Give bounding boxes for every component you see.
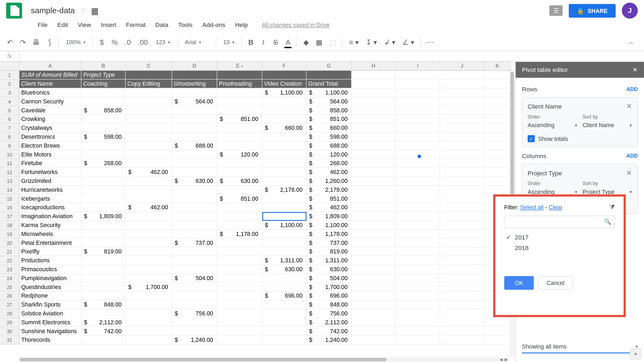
- cell[interactable]: [396, 168, 440, 177]
- cell[interactable]: [484, 168, 511, 177]
- cell[interactable]: [440, 79, 484, 88]
- cell[interactable]: $598.00: [307, 133, 352, 141]
- cell[interactable]: SUM of Amount Billed: [19, 71, 81, 79]
- cell[interactable]: [440, 97, 484, 106]
- cell[interactable]: $696.00: [262, 291, 307, 300]
- cell[interactable]: [126, 318, 172, 327]
- dec-increase-button[interactable]: .00: [135, 36, 150, 48]
- cell[interactable]: [126, 124, 172, 133]
- menu-format[interactable]: Format: [122, 19, 150, 30]
- cell[interactable]: [396, 318, 440, 327]
- cell[interactable]: [440, 318, 484, 327]
- dec-decrease-button[interactable]: .0: [122, 36, 133, 48]
- cell[interactable]: [352, 327, 396, 336]
- add-row-field-button[interactable]: ADD: [626, 86, 638, 92]
- cell[interactable]: $504.00: [172, 274, 217, 283]
- cell[interactable]: [217, 318, 262, 327]
- cell[interactable]: $742.00: [307, 327, 352, 336]
- cell[interactable]: [81, 115, 126, 124]
- column-header[interactable]: C: [126, 62, 172, 71]
- cell[interactable]: [217, 212, 262, 221]
- cell[interactable]: [81, 265, 126, 274]
- client-name-cell[interactable]: Cavedale: [19, 106, 81, 115]
- cell[interactable]: $1,100.00: [307, 221, 352, 230]
- cell[interactable]: Project Type: [81, 71, 126, 79]
- cell[interactable]: [396, 221, 440, 230]
- cell[interactable]: [172, 186, 217, 194]
- filter-clear-link[interactable]: Clear: [549, 204, 562, 211]
- cell[interactable]: [440, 186, 484, 194]
- cell[interactable]: [172, 212, 217, 221]
- cell[interactable]: [126, 256, 172, 265]
- cell[interactable]: [126, 230, 172, 239]
- cell[interactable]: [126, 247, 172, 256]
- cell[interactable]: [262, 71, 307, 79]
- cell[interactable]: $1,311.00: [262, 256, 307, 265]
- cell[interactable]: [396, 203, 440, 212]
- cell[interactable]: [440, 212, 484, 221]
- row-header[interactable]: 2: [0, 79, 19, 88]
- cell[interactable]: [217, 203, 262, 212]
- cell[interactable]: [126, 239, 172, 248]
- cell[interactable]: [396, 291, 440, 300]
- cell[interactable]: [440, 274, 484, 283]
- client-name-cell[interactable]: Petal Entertainment: [19, 239, 81, 248]
- cell[interactable]: [352, 283, 396, 292]
- cell[interactable]: [126, 141, 172, 150]
- cell[interactable]: [484, 318, 511, 327]
- cell[interactable]: [396, 327, 440, 336]
- cell[interactable]: [262, 194, 307, 203]
- client-name-cell[interactable]: Elite Motors: [19, 150, 81, 159]
- cell[interactable]: [484, 336, 511, 344]
- client-name-cell[interactable]: Grizzlimited: [19, 177, 81, 186]
- cell[interactable]: [217, 71, 262, 79]
- cell[interactable]: [396, 247, 440, 256]
- cell[interactable]: [440, 203, 484, 212]
- cell[interactable]: $848.00: [307, 300, 352, 309]
- row-header[interactable]: 3: [0, 88, 19, 97]
- cell[interactable]: [352, 159, 396, 168]
- cell[interactable]: [81, 336, 126, 344]
- cell[interactable]: [126, 150, 172, 159]
- client-name-cell[interactable]: Electron Brews: [19, 141, 81, 150]
- cell[interactable]: [217, 265, 262, 274]
- cell[interactable]: [440, 194, 484, 203]
- cell[interactable]: $2,112.00: [307, 318, 352, 327]
- cell[interactable]: [440, 221, 484, 230]
- cell[interactable]: [352, 150, 396, 159]
- cell[interactable]: [172, 133, 217, 141]
- filter-status-select[interactable]: Showing all items: [522, 340, 638, 353]
- cell[interactable]: [396, 124, 440, 133]
- cell[interactable]: [484, 79, 511, 88]
- cell[interactable]: $1,178.00: [217, 230, 262, 239]
- client-name-cell[interactable]: Crowking: [19, 115, 81, 124]
- cell[interactable]: $858.00: [307, 106, 352, 115]
- column-header[interactable]: E ▾: [217, 62, 262, 71]
- cell[interactable]: [172, 88, 217, 97]
- cell[interactable]: Ghostwriting: [172, 79, 217, 88]
- cell[interactable]: [396, 133, 440, 141]
- borders-button[interactable]: ▦: [313, 36, 325, 48]
- row-header[interactable]: 30: [0, 327, 19, 336]
- row-header[interactable]: 12: [0, 168, 19, 177]
- strike-button[interactable]: S: [270, 36, 281, 48]
- cell[interactable]: [440, 71, 484, 79]
- collapse-toolbar-button[interactable]: ︿: [623, 36, 639, 48]
- cell[interactable]: [126, 133, 172, 141]
- cell[interactable]: [262, 141, 307, 150]
- client-name-cell[interactable]: Bluetronics: [19, 88, 81, 97]
- cell[interactable]: [262, 150, 307, 159]
- cell[interactable]: [396, 97, 440, 106]
- formula-input[interactable]: [19, 51, 644, 61]
- cell[interactable]: [217, 336, 262, 344]
- column-header[interactable]: I: [396, 62, 440, 71]
- cell[interactable]: [352, 124, 396, 133]
- more-button[interactable]: ⋯: [424, 36, 437, 48]
- cell[interactable]: $1,100.00: [262, 88, 307, 97]
- cell[interactable]: [440, 159, 484, 168]
- cell[interactable]: [217, 168, 262, 177]
- cell[interactable]: [396, 159, 440, 168]
- column-header[interactable]: [0, 62, 19, 71]
- paint-format-button[interactable]: ⟆: [44, 36, 55, 48]
- client-name-cell[interactable]: Solstice Aviation: [19, 309, 81, 318]
